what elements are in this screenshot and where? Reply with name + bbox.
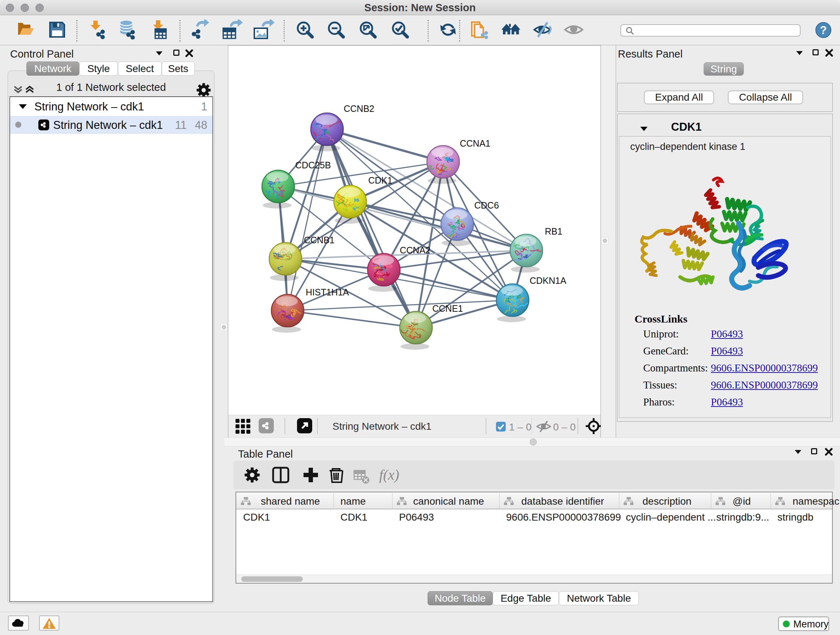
svg-text:CDKN1A: CDKN1A	[530, 276, 567, 286]
svg-text:CDK1: CDK1	[368, 175, 393, 185]
svg-text:CCNA2: CCNA2	[400, 245, 431, 255]
svg-text:CDC6: CDC6	[474, 200, 499, 211]
svg-text:CCNB2: CCNB2	[344, 103, 374, 114]
svg-text:CDC25B: CDC25B	[295, 160, 331, 170]
svg-text:CCNE1: CCNE1	[432, 303, 463, 314]
svg-text:CCNB1: CCNB1	[304, 235, 335, 245]
svg-text:RB1: RB1	[545, 226, 562, 236]
svg-text:HIST1H1A: HIST1H1A	[306, 287, 349, 297]
svg-text:CCNA1: CCNA1	[460, 138, 491, 149]
